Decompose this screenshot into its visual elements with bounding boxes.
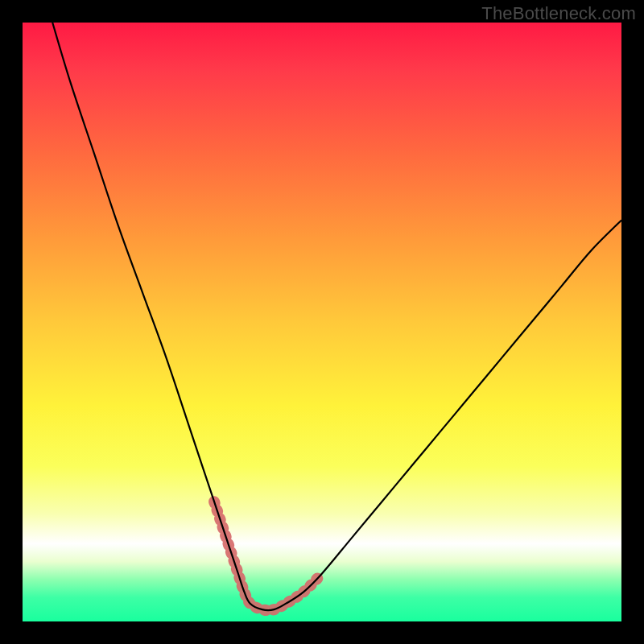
tolerance-band — [214, 502, 322, 610]
watermark-text: TheBottleneck.com — [481, 3, 636, 24]
chart-svg — [23, 23, 621, 621]
chart-plot-area — [23, 23, 621, 621]
bottleneck-curve — [52, 23, 621, 610]
